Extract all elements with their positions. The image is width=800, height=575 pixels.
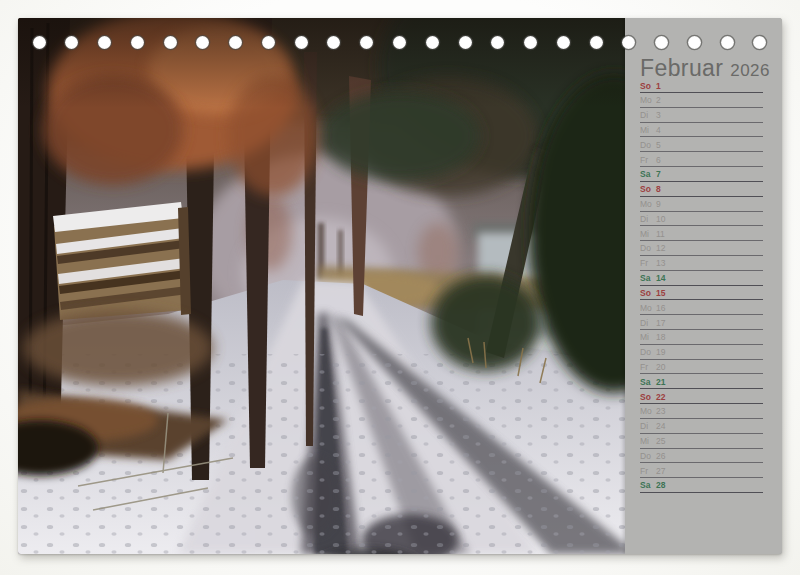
binding-hole (164, 36, 177, 49)
day-weekday-label: Mo (640, 407, 656, 416)
day-weekday-label: Di (640, 111, 656, 120)
day-number: 6 (656, 156, 661, 165)
day-row: So8 (640, 182, 763, 197)
day-row: Di3 (640, 108, 763, 123)
binding-hole (753, 36, 766, 49)
binding-hole (393, 36, 406, 49)
day-number: 19 (656, 348, 665, 357)
day-weekday-label: Mo (640, 200, 656, 209)
day-row: Do26 (640, 449, 763, 464)
day-number: 9 (656, 200, 661, 209)
day-weekday-label: Mo (640, 304, 656, 313)
binding-hole (622, 36, 635, 49)
day-row: Mi18 (640, 330, 763, 345)
binding-hole (327, 36, 340, 49)
day-row: Sa14 (640, 271, 763, 286)
day-number: 1 (656, 82, 661, 91)
day-number: 18 (656, 333, 665, 342)
spiral-binding-holes (18, 18, 782, 66)
day-row: Di24 (640, 419, 763, 434)
day-number: 15 (656, 289, 665, 298)
day-weekday-label: Fr (640, 259, 656, 268)
day-weekday-label: Sa (640, 378, 656, 387)
day-weekday-label: Sa (640, 274, 656, 283)
day-rows: So1Mo2Di3Mi4Do5Fr6Sa7So8Mo9Di10Mi11Do12F… (640, 78, 763, 493)
binding-hole (655, 36, 668, 49)
day-number: 2 (656, 96, 661, 105)
binding-hole (688, 36, 701, 49)
day-row: Fr13 (640, 256, 763, 271)
day-number: 14 (656, 274, 665, 283)
day-number: 8 (656, 185, 661, 194)
calendar-photo (18, 18, 625, 554)
binding-hole (295, 36, 308, 49)
day-weekday-label: Mi (640, 437, 656, 446)
day-weekday-label: Mi (640, 333, 656, 342)
day-weekday-label: Mi (640, 126, 656, 135)
day-row: Fr6 (640, 152, 763, 167)
calendar-notes-panel: Februar2026 So1Mo2Di3Mi4Do5Fr6Sa7So8Mo9D… (625, 18, 782, 554)
day-row: Do12 (640, 241, 763, 256)
day-number: 28 (656, 481, 665, 490)
day-number: 17 (656, 319, 665, 328)
day-weekday-label: Mo (640, 96, 656, 105)
binding-hole (33, 36, 46, 49)
day-weekday-label: Fr (640, 467, 656, 476)
day-weekday-label: Sa (640, 481, 656, 490)
day-row: Do19 (640, 345, 763, 360)
day-number: 26 (656, 452, 665, 461)
calendar-product-shot: Februar2026 So1Mo2Di3Mi4Do5Fr6Sa7So8Mo9D… (0, 0, 800, 575)
calendar-page: Februar2026 So1Mo2Di3Mi4Do5Fr6Sa7So8Mo9D… (18, 18, 782, 554)
day-number: 5 (656, 141, 661, 150)
day-row: So1 (640, 78, 763, 93)
binding-hole (262, 36, 275, 49)
binding-hole (721, 36, 734, 49)
day-row: Mo9 (640, 197, 763, 212)
day-row: Sa7 (640, 167, 763, 182)
day-number: 13 (656, 259, 665, 268)
binding-hole (557, 36, 570, 49)
day-row: Mo16 (640, 300, 763, 315)
day-number: 12 (656, 244, 665, 253)
day-number: 4 (656, 126, 661, 135)
day-row: Fr20 (640, 360, 763, 375)
binding-hole (65, 36, 78, 49)
day-row: Mo2 (640, 93, 763, 108)
binding-hole (590, 36, 603, 49)
day-weekday-label: So (640, 185, 656, 194)
day-number: 23 (656, 407, 665, 416)
day-weekday-label: So (640, 82, 656, 91)
day-row: Sa28 (640, 478, 763, 493)
day-number: 27 (656, 467, 665, 476)
log-pile (53, 202, 191, 320)
day-number: 25 (656, 437, 665, 446)
day-row: Mi11 (640, 226, 763, 241)
day-weekday-label: Mi (640, 230, 656, 239)
day-weekday-label: Di (640, 319, 656, 328)
day-row: Di17 (640, 315, 763, 330)
day-weekday-label: Do (640, 452, 656, 461)
day-weekday-label: Do (640, 348, 656, 357)
day-weekday-label: Do (640, 141, 656, 150)
day-row: Di10 (640, 212, 763, 227)
day-number: 22 (656, 393, 665, 402)
day-weekday-label: Di (640, 215, 656, 224)
winter-path-photo (18, 18, 625, 554)
day-weekday-label: Fr (640, 156, 656, 165)
day-row: So15 (640, 286, 763, 301)
day-row: Do5 (640, 137, 763, 152)
day-number: 20 (656, 363, 665, 372)
day-weekday-label: So (640, 393, 656, 402)
day-weekday-label: Do (640, 244, 656, 253)
day-number: 3 (656, 111, 661, 120)
day-number: 10 (656, 215, 665, 224)
day-number: 21 (656, 378, 665, 387)
day-number: 24 (656, 422, 665, 431)
day-row: Mi25 (640, 434, 763, 449)
day-weekday-label: Di (640, 422, 656, 431)
day-row: Sa21 (640, 374, 763, 389)
binding-hole (131, 36, 144, 49)
day-number: 16 (656, 304, 665, 313)
binding-hole (459, 36, 472, 49)
binding-hole (360, 36, 373, 49)
